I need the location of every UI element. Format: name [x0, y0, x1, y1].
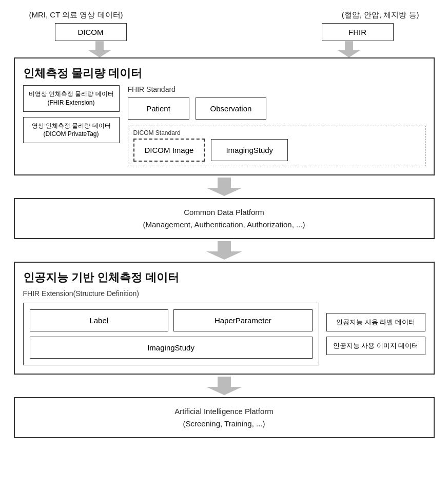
top-label-right: (혈압, 안압, 체지방 등)	[342, 10, 419, 20]
section2-left-group: Label HaperParameter ImagingStudy	[23, 303, 319, 365]
arrow3-down	[14, 377, 435, 395]
dicom-standard-label: DICOM Standard	[133, 129, 420, 136]
fhir-standard-label: FHIR Standard	[128, 85, 425, 93]
section1-left: 비영상 인체측정 물리량 데이터 (FHIR Extension) 영상 인체측…	[23, 85, 120, 143]
top-labels-row: (MRI, CT 의료 영상 데이터) (혈압, 안압, 체지방 등)	[14, 10, 435, 20]
section2-bottom-row: ImagingStudy	[30, 337, 313, 359]
arrow-fhir-svg	[338, 41, 360, 57]
dual-arrows-row	[14, 41, 435, 57]
section1-title: 인체측정 물리량 데이터	[23, 66, 425, 81]
svg-marker-3	[206, 241, 242, 260]
section2-content: Label HaperParameter ImagingStudy 인공지능 사…	[23, 303, 425, 365]
section2-inner: FHIR Extension(Structure Definition) Lab…	[23, 289, 425, 365]
svg-marker-2	[206, 178, 242, 196]
imaging-study-box: ImagingStudy	[211, 139, 288, 161]
observation-box: Observation	[196, 97, 267, 120]
ai-platform-title: Artificial Intelligence Platform (Screen…	[25, 405, 423, 430]
patient-box: Patient	[128, 97, 189, 120]
section2-fhir-label: FHIR Extension(Structure Definition)	[23, 289, 425, 298]
svg-marker-0	[88, 41, 111, 57]
dicom-image-box: DICOM Image	[133, 139, 205, 162]
main-diagram: (MRI, CT 의료 영상 데이터) (혈압, 안압, 체지방 등) DICO…	[14, 10, 435, 438]
arrow-dicom-svg	[88, 41, 111, 57]
ai-platform-box: Artificial Intelligence Platform (Screen…	[14, 397, 435, 438]
image-box: 영상 인체측정 물리량 데이터 (DICOM PrivateTag)	[23, 117, 120, 144]
arrow1-svg	[206, 178, 242, 196]
common-platform-box: Common Data Platform (Management, Authen…	[14, 198, 435, 239]
section2-title: 인공지능 기반 인체측정 데이터	[23, 270, 425, 285]
svg-marker-4	[206, 377, 242, 395]
section2-box: 인공지능 기반 인체측정 데이터 FHIR Extension(Structur…	[14, 262, 435, 375]
dicom-standard-area: DICOM Standard DICOM Image ImagingStudy	[128, 126, 425, 166]
top-label-left: (MRI, CT 의료 영상 데이터)	[29, 10, 123, 20]
ai-image-data-box: 인공지능 사용 이미지 데이터	[326, 337, 425, 355]
haperparameter-box: HaperParameter	[173, 309, 313, 331]
arrow-fhir-down	[338, 41, 360, 57]
source-boxes-row: DICOM FHIR	[14, 23, 435, 41]
section2-top-row: Label HaperParameter	[30, 309, 313, 331]
fhir-row: Patient Observation	[128, 97, 425, 120]
imagingstudy-ai-box: ImagingStudy	[30, 337, 313, 359]
fhir-source-box: FHIR	[322, 23, 394, 41]
platform-title: Common Data Platform (Management, Authen…	[25, 206, 423, 231]
arrow2-svg	[206, 241, 242, 260]
dicom-row: DICOM Image ImagingStudy	[133, 139, 420, 162]
section1-inner: 비영상 인체측정 물리량 데이터 (FHIR Extension) 영상 인체측…	[23, 85, 425, 166]
arrow1-down	[14, 178, 435, 196]
label-box: Label	[30, 309, 169, 331]
section1-box: 인체측정 물리량 데이터 비영상 인체측정 물리량 데이터 (FHIR Exte…	[14, 57, 435, 175]
svg-marker-1	[338, 41, 360, 57]
ai-label-data-box: 인공지능 사용 라벨 데이터	[326, 313, 425, 331]
non-image-box: 비영상 인체측정 물리량 데이터 (FHIR Extension)	[23, 85, 120, 112]
arrow2-down	[14, 241, 435, 260]
arrow-dicom-down	[88, 41, 111, 57]
dicom-source-box: DICOM	[55, 23, 127, 41]
section2-right-group: 인공지능 사용 라벨 데이터 인공지능 사용 이미지 데이터	[326, 303, 425, 365]
section1-right: FHIR Standard Patient Observation DICOM …	[128, 85, 425, 166]
arrow3-svg	[206, 377, 242, 395]
